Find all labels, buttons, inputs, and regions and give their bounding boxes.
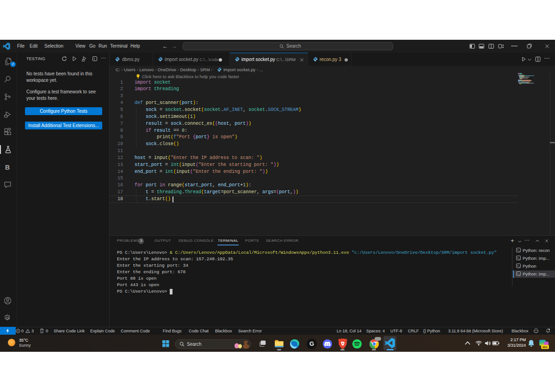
svg-text:BIG: BIG <box>543 346 548 349</box>
